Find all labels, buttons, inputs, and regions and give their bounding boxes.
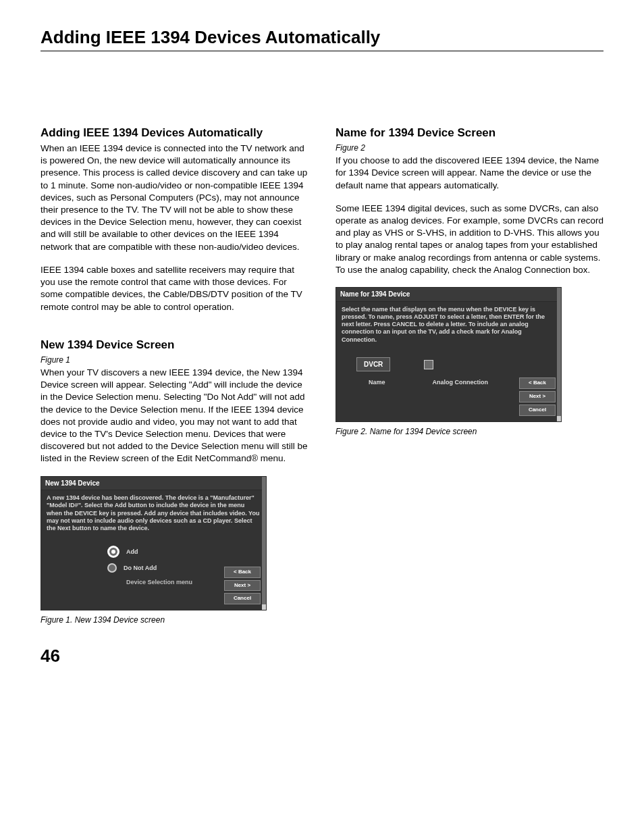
radio-icon	[107, 563, 117, 573]
next-button[interactable]: Next >	[519, 391, 556, 402]
cancel-button[interactable]: Cancel	[519, 405, 556, 416]
dialog-title: New 1394 Device	[41, 477, 266, 491]
name-label: Name	[369, 378, 385, 386]
analog-connection-label: Analog Connection	[433, 378, 489, 386]
back-button[interactable]: < Back	[224, 567, 261, 578]
radio-option-add[interactable]: Add	[107, 546, 261, 558]
body-text: When your TV discovers a new IEEE 1394 d…	[41, 367, 308, 465]
radio-label: Add	[126, 548, 138, 556]
radio-label: Do Not Add	[124, 564, 157, 572]
radio-selected-icon	[107, 546, 119, 558]
figure-caption: Figure 1. New 1394 Device screen	[41, 615, 308, 625]
body-text: If you choose to add the discovered IEEE…	[336, 155, 603, 192]
figure-caption: Figure 2. Name for 1394 Device screen	[336, 426, 603, 437]
figure-2-dialog: Name for 1394 Device Select the name tha…	[336, 287, 562, 422]
body-text: IEEE 1394 cable boxes and satellite rece…	[41, 264, 308, 313]
next-button[interactable]: Next >	[224, 580, 261, 592]
figure-reference: Figure 1	[41, 355, 308, 365]
scrollbar[interactable]	[262, 477, 266, 610]
dialog-instructions: Select the name that displays on the men…	[342, 306, 556, 344]
body-text: Some IEEE 1394 digital devices, such as …	[336, 203, 603, 276]
dialog-instructions: A new 1394 device has been discovered. T…	[47, 494, 261, 532]
section-heading-new-device: New 1394 Device Screen	[41, 338, 308, 353]
scrollbar[interactable]	[557, 288, 561, 421]
figure-reference: Figure 2	[336, 142, 603, 153]
section-heading-name-device: Name for 1394 Device Screen	[336, 126, 603, 141]
page-title: Adding IEEE 1394 Devices Automatically	[41, 27, 603, 51]
figure-1-dialog: New 1394 Device A new 1394 device has be…	[41, 476, 267, 611]
body-text: When an IEEE 1394 device is connected in…	[41, 142, 308, 253]
page-number: 46	[41, 646, 603, 667]
device-name-input[interactable]: DVCR	[356, 357, 390, 372]
analog-connection-checkbox[interactable]	[424, 360, 433, 369]
dialog-title: Name for 1394 Device	[336, 288, 561, 302]
section-heading-auto: Adding IEEE 1394 Devices Automatically	[41, 126, 308, 141]
back-button[interactable]: < Back	[519, 377, 556, 389]
cancel-button[interactable]: Cancel	[224, 593, 261, 604]
